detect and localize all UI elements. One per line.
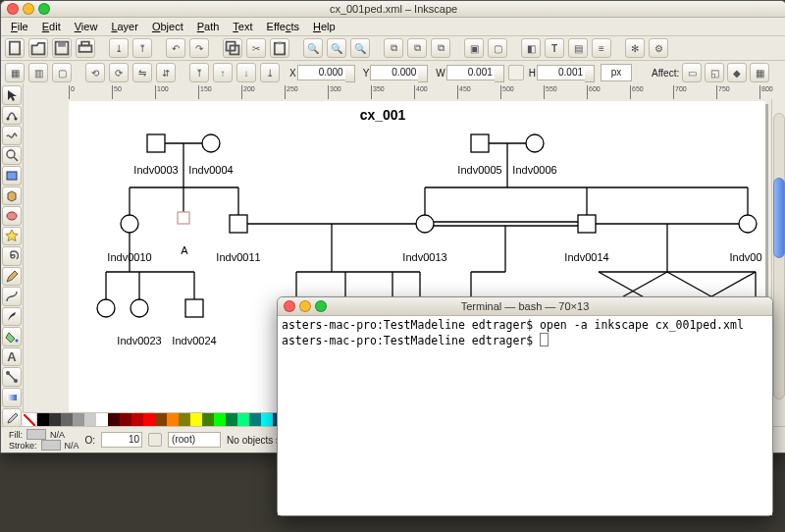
select-layer-button[interactable]: ▥ <box>28 63 48 82</box>
zoom-page-button[interactable]: 🔍 <box>350 38 370 58</box>
opacity-field[interactable]: 10 <box>101 432 142 448</box>
affect-pattern-button[interactable]: ▦ <box>750 63 769 82</box>
x-field[interactable]: 0.000 <box>297 65 346 80</box>
swatch[interactable] <box>167 413 179 427</box>
menu-effects[interactable]: Effects <box>261 20 305 33</box>
flip-h-button[interactable]: ⇋ <box>132 63 152 82</box>
menu-view[interactable]: View <box>69 20 104 33</box>
swatch[interactable] <box>120 413 131 427</box>
swatch[interactable] <box>261 413 273 427</box>
duplicate-button[interactable]: ⧉ <box>384 38 403 58</box>
tweak-tool[interactable] <box>2 126 22 145</box>
swatch[interactable] <box>237 413 249 427</box>
swatch[interactable] <box>73 413 84 427</box>
swatch[interactable] <box>226 413 237 427</box>
swatch[interactable] <box>37 413 49 427</box>
spiral-tool[interactable] <box>2 246 22 266</box>
group-button[interactable]: ▣ <box>464 38 484 58</box>
close-icon[interactable] <box>7 3 19 15</box>
swatch[interactable] <box>155 413 167 427</box>
gradient-tool[interactable] <box>2 388 22 407</box>
raise-top-button[interactable]: ⤒ <box>189 63 209 82</box>
terminal-titlebar[interactable]: Terminal — bash — 70×13 <box>278 297 772 316</box>
v-scroll-thumb[interactable] <box>773 178 785 258</box>
align-button[interactable]: ≡ <box>592 38 611 58</box>
ellipse-tool[interactable] <box>2 206 22 226</box>
text-tool[interactable]: A <box>2 347 22 367</box>
zoom-draw-button[interactable]: 🔍 <box>327 38 346 58</box>
node-tool[interactable] <box>2 106 22 126</box>
swatch[interactable] <box>61 413 73 427</box>
fill-stroke-indicator[interactable]: Fill:N/A Stroke:N/A <box>9 429 79 451</box>
layer-lock-button[interactable] <box>148 433 162 447</box>
save-button[interactable] <box>52 38 72 58</box>
affect-gradient-button[interactable]: ◆ <box>727 63 747 82</box>
layer-select[interactable]: (root) <box>168 432 221 448</box>
bezier-tool[interactable] <box>2 287 22 306</box>
text-dialog-button[interactable]: T <box>545 38 564 58</box>
rotate-ccw-button[interactable]: ⟲ <box>85 63 105 82</box>
fill-stroke-button[interactable]: ◧ <box>521 38 541 58</box>
menu-text[interactable]: Text <box>227 20 258 33</box>
unlink-button[interactable]: ⧉ <box>431 38 450 58</box>
swatch[interactable] <box>179 413 190 427</box>
w-field[interactable]: 0.001 <box>446 65 496 80</box>
connector-tool[interactable] <box>2 367 22 387</box>
new-file-button[interactable] <box>5 38 25 58</box>
no-color-swatch[interactable] <box>23 413 37 427</box>
select-all-layers-button[interactable]: ▦ <box>5 63 25 82</box>
menu-edit[interactable]: Edit <box>36 20 67 33</box>
swatch[interactable] <box>143 413 155 427</box>
star-tool[interactable] <box>2 227 22 246</box>
menu-object[interactable]: Object <box>146 20 189 33</box>
paste-button[interactable] <box>270 38 289 58</box>
menu-path[interactable]: Path <box>191 20 226 33</box>
lock-aspect-button[interactable] <box>508 65 524 80</box>
menu-layer[interactable]: Layer <box>105 20 144 33</box>
xml-editor-button[interactable]: ▤ <box>568 38 588 58</box>
swatch[interactable] <box>190 413 202 427</box>
menu-help[interactable]: Help <box>307 20 341 33</box>
terminal-body[interactable]: asters-mac-pro:TestMadeline edtrager$ op… <box>278 316 772 515</box>
zoom-sel-button[interactable]: 🔍 <box>303 38 323 58</box>
print-button[interactable] <box>76 38 95 58</box>
swatch[interactable] <box>214 413 226 427</box>
menu-file[interactable]: File <box>5 20 34 33</box>
h-field[interactable]: 0.001 <box>537 65 586 80</box>
deselect-button[interactable]: ▢ <box>52 63 72 82</box>
affect-stroke-button[interactable]: ▭ <box>682 63 702 82</box>
clone-button[interactable]: ⧉ <box>407 38 427 58</box>
import-button[interactable]: ⤓ <box>109 38 129 58</box>
redo-button[interactable]: ↷ <box>189 38 209 58</box>
rotate-cw-button[interactable]: ⟳ <box>109 63 129 82</box>
affect-corners-button[interactable]: ◱ <box>705 63 724 82</box>
lower-button[interactable]: ↓ <box>236 63 256 82</box>
zoom-tool[interactable] <box>2 146 22 166</box>
swatch[interactable] <box>131 413 143 427</box>
copy-button[interactable] <box>223 38 242 58</box>
doc-prefs-button[interactable]: ⚙ <box>649 38 668 58</box>
swatch[interactable] <box>202 413 214 427</box>
minimize-icon[interactable] <box>23 3 34 15</box>
swatch[interactable] <box>108 413 120 427</box>
swatch[interactable] <box>96 413 108 427</box>
3dbox-tool[interactable] <box>2 186 22 206</box>
zoom-icon[interactable] <box>315 300 327 312</box>
dropper-tool[interactable] <box>2 408 22 428</box>
raise-button[interactable]: ↑ <box>213 63 233 82</box>
undo-button[interactable]: ↶ <box>166 38 185 58</box>
calligraphy-tool[interactable] <box>2 307 22 327</box>
y-field[interactable]: 0.000 <box>370 65 419 80</box>
swatch[interactable] <box>84 413 96 427</box>
flip-v-button[interactable]: ⇵ <box>156 63 176 82</box>
vertical-scrollbar[interactable] <box>771 99 785 413</box>
swatch[interactable] <box>249 413 261 427</box>
lower-bottom-button[interactable]: ⤓ <box>260 63 280 82</box>
swatch[interactable] <box>49 413 61 427</box>
unit-select[interactable]: px <box>601 64 632 81</box>
selector-tool[interactable] <box>2 85 22 105</box>
minimize-icon[interactable] <box>299 300 311 312</box>
prefs-button[interactable]: ✻ <box>625 38 645 58</box>
rect-tool[interactable] <box>2 166 22 186</box>
open-file-button[interactable] <box>28 38 48 58</box>
